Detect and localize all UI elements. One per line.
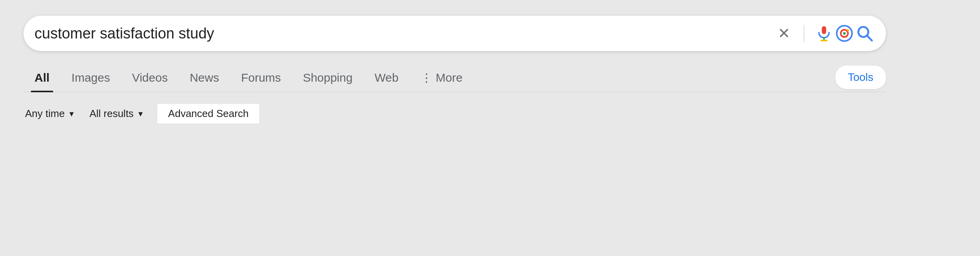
search-bar: ✕: [24, 16, 886, 51]
nav-tabs: All Images Videos News Forums Shopping W…: [24, 65, 474, 91]
tab-images[interactable]: Images: [60, 66, 121, 91]
microphone-icon: [815, 25, 833, 42]
more-button[interactable]: ⋮ More: [410, 65, 474, 91]
lens-icon: [835, 24, 853, 42]
svg-point-5: [843, 32, 846, 35]
more-dots-icon: ⋮: [421, 71, 433, 84]
time-filter-dropdown[interactable]: Any time ▾: [24, 104, 75, 123]
tab-all[interactable]: All: [24, 66, 60, 91]
tab-news[interactable]: News: [179, 66, 230, 91]
time-dropdown-arrow-icon: ▾: [69, 109, 74, 119]
microphone-button[interactable]: [814, 23, 834, 44]
filter-row: Any time ▾ All results ▾ Advanced Search: [24, 103, 886, 124]
svg-rect-0: [822, 26, 826, 34]
nav-row: All Images Videos News Forums Shopping W…: [24, 65, 886, 92]
lens-button[interactable]: [834, 23, 855, 44]
search-bar-container: ✕: [24, 16, 886, 51]
tab-videos[interactable]: Videos: [121, 66, 179, 91]
tab-forums[interactable]: Forums: [230, 66, 292, 91]
tools-button[interactable]: Tools: [835, 66, 886, 89]
tab-shopping[interactable]: Shopping: [292, 66, 364, 91]
time-filter-label: Any time: [25, 108, 65, 120]
advanced-search-button[interactable]: Advanced Search: [157, 103, 260, 124]
search-input[interactable]: [34, 25, 774, 42]
svg-point-6: [847, 29, 849, 31]
clear-icon: ✕: [778, 25, 790, 42]
more-label: More: [436, 71, 463, 84]
clear-button[interactable]: ✕: [774, 23, 794, 44]
tab-web[interactable]: Web: [363, 66, 409, 91]
results-filter-label: All results: [89, 108, 134, 120]
search-icon: [856, 25, 873, 42]
search-divider: [804, 25, 804, 42]
search-button[interactable]: [855, 23, 875, 44]
results-dropdown-arrow-icon: ▾: [138, 109, 143, 119]
svg-line-8: [867, 36, 872, 40]
results-filter-dropdown[interactable]: All results ▾: [88, 104, 144, 123]
